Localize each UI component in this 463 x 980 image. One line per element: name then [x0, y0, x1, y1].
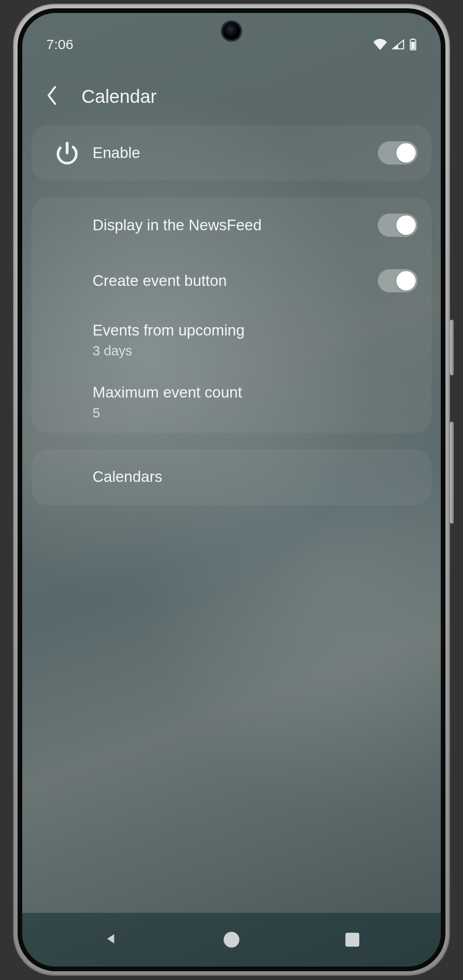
events-upcoming-row[interactable]: Events from upcoming 3 days — [31, 309, 432, 371]
square-icon — [345, 933, 359, 947]
page-title: Calendar — [81, 86, 156, 107]
screen: 7:06 — [22, 13, 441, 967]
events-upcoming-label: Events from upcoming — [93, 321, 418, 341]
calendars-row[interactable]: Calendars — [31, 449, 432, 505]
enable-card: Enable — [31, 125, 432, 181]
calendars-label: Calendars — [93, 467, 418, 487]
enable-toggle[interactable] — [378, 141, 418, 164]
cell-signal-icon — [392, 39, 405, 50]
display-newsfeed-row[interactable]: Display in the NewsFeed — [31, 197, 432, 253]
status-icons — [373, 38, 417, 51]
max-event-count-value: 5 — [93, 405, 418, 421]
navigation-bar — [22, 913, 441, 967]
device-frame: 7:06 — [13, 4, 450, 976]
create-event-button-label: Create event button — [93, 271, 373, 291]
nav-back-button[interactable] — [83, 923, 138, 956]
chevron-left-icon — [45, 86, 59, 107]
battery-icon — [409, 38, 417, 51]
power-icon — [42, 140, 93, 166]
triangle-left-icon — [104, 932, 118, 948]
content: Enable Display in the NewsFeed — [31, 125, 432, 522]
enable-row[interactable]: Enable — [31, 125, 432, 181]
max-event-count-label: Maximum event count — [93, 383, 418, 403]
display-newsfeed-toggle[interactable] — [378, 214, 418, 237]
device-side-button-2 — [450, 422, 454, 524]
device-frame-inner: 7:06 — [18, 8, 445, 971]
device-side-button-1 — [450, 320, 454, 375]
back-button[interactable] — [35, 80, 69, 113]
create-event-button-row[interactable]: Create event button — [31, 253, 432, 309]
nav-home-button[interactable] — [204, 923, 259, 956]
events-upcoming-value: 3 days — [93, 343, 418, 359]
enable-label: Enable — [93, 143, 373, 163]
status-time: 7:06 — [46, 37, 73, 52]
create-event-button-toggle[interactable] — [378, 269, 418, 292]
display-newsfeed-label: Display in the NewsFeed — [93, 215, 373, 235]
calendars-card: Calendars — [31, 449, 432, 505]
header: Calendar — [22, 73, 441, 120]
wifi-icon — [373, 39, 387, 50]
circle-icon — [224, 932, 239, 948]
svg-rect-2 — [411, 42, 415, 49]
camera-notch — [223, 22, 240, 40]
max-event-count-row[interactable]: Maximum event count 5 — [31, 371, 432, 433]
nav-recents-button[interactable] — [325, 923, 380, 956]
settings-card: Display in the NewsFeed Create event but… — [31, 197, 432, 433]
